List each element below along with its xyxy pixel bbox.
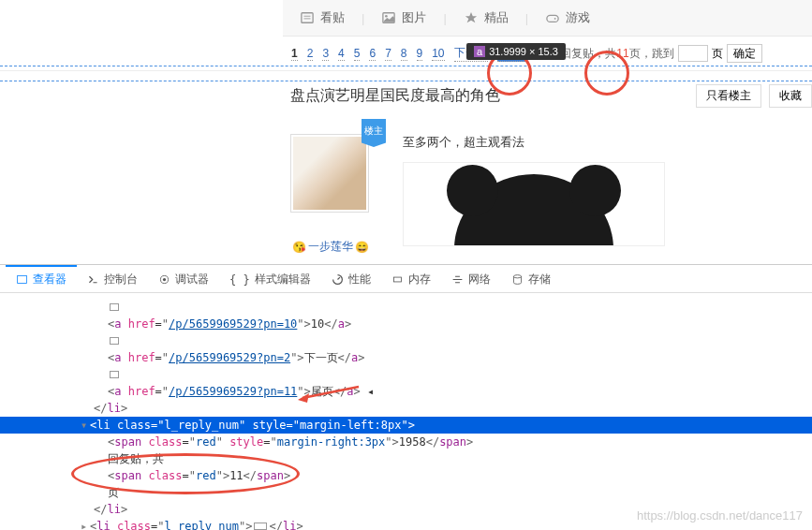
emoji-icon: 😄 (355, 241, 369, 254)
svg-point-6 (554, 18, 556, 20)
page-link[interactable]: 8 (401, 47, 407, 61)
nav-featured-label: 精品 (484, 9, 509, 26)
nav-separator: | (362, 11, 364, 25)
post-body: 楼主 😘 一步莲华 😄 至多两个，超主观看法 (0, 121, 812, 255)
perf-icon (332, 273, 344, 286)
username-text: 一步莲华 (308, 239, 353, 255)
tab-label: 控制台 (104, 272, 138, 287)
tab-label: 存储 (528, 272, 551, 287)
ruler-horizontal (0, 66, 812, 66)
nav-posts-label: 看贴 (320, 9, 345, 26)
post-text: 至多两个，超主观看法 (403, 134, 793, 151)
star-icon (464, 11, 479, 24)
page-jump-input[interactable] (678, 45, 708, 62)
watermark: https://blog.csdn.net/dance117 (637, 508, 803, 523)
user-column: 楼主 😘 一步莲华 😄 (290, 121, 393, 255)
debugger-icon (158, 273, 170, 286)
styles-icon: { } (229, 273, 250, 287)
element-tooltip: a31.9999 × 15.3 (466, 43, 566, 60)
nav-images-label: 图片 (402, 9, 426, 26)
code-line-selected[interactable]: ▾<li class="l_reply_num" style="margin-l… (0, 417, 812, 434)
games-icon (545, 11, 560, 24)
nav-separator: | (525, 11, 528, 25)
tooltip-tag: a (474, 46, 485, 57)
inspector-icon (16, 273, 28, 286)
tab-label: 性能 (348, 272, 371, 287)
page-confirm-button[interactable]: 确定 (727, 44, 762, 63)
post-image[interactable] (403, 162, 665, 246)
page-suffix: 页 (629, 47, 641, 60)
username[interactable]: 😘 一步莲华 😄 (290, 239, 393, 255)
tab-memory[interactable]: 内存 (381, 265, 441, 292)
emoji-icon: 😘 (292, 241, 306, 254)
content-column: 至多两个，超主观看法 (393, 121, 812, 255)
page-unit: 页 (712, 46, 723, 62)
code-line[interactable]: <a href="/p/5659969529?pn=2">下一页</a> (0, 349, 812, 366)
favorite-button[interactable]: 收藏 (769, 84, 812, 108)
tab-console[interactable]: 控制台 (77, 265, 148, 292)
svg-rect-10 (393, 277, 401, 282)
svg-point-9 (163, 278, 166, 281)
page-link[interactable]: 5 (354, 47, 361, 61)
code-line[interactable] (0, 366, 812, 383)
code-line[interactable]: <a href="/p/5659969529?pn=11">尾页</a> ◂ (0, 383, 812, 400)
page-link[interactable]: 10 (432, 47, 444, 61)
page-link[interactable]: 9 (417, 47, 423, 61)
page-link[interactable]: 2 (307, 47, 314, 61)
devtools-panel: 查看器 控制台 调试器 { } 样式编辑器 性能 内存 网络 存储 (0, 264, 812, 530)
tab-debugger[interactable]: 调试器 (148, 265, 219, 292)
nav-featured[interactable]: 精品 (464, 9, 509, 26)
top-nav: 看贴 | 图片 | 精品 | 游戏 (283, 0, 812, 37)
post-title: 盘点演艺明星国民度最高的角色 (290, 86, 688, 106)
storage-icon (511, 273, 524, 286)
tab-performance[interactable]: 性能 (321, 265, 381, 292)
avatar[interactable] (290, 134, 369, 213)
annotation-arrow-icon (298, 384, 363, 403)
nav-images[interactable]: 图片 (381, 9, 426, 26)
tab-styles[interactable]: { } 样式编辑器 (219, 265, 321, 292)
tooltip-dims: 31.9999 × 15.3 (489, 46, 558, 57)
code-line[interactable] (0, 332, 812, 349)
tab-label: 查看器 (33, 272, 66, 287)
nav-games[interactable]: 游戏 (545, 9, 590, 26)
nav-separator: | (443, 11, 446, 25)
code-line[interactable] (0, 299, 812, 316)
svg-point-11 (513, 275, 521, 278)
svg-marker-13 (298, 393, 309, 403)
page-link[interactable]: 4 (338, 47, 345, 61)
page-link[interactable]: 6 (369, 47, 376, 61)
nav-games-label: 游戏 (566, 9, 590, 26)
memory-icon (391, 273, 404, 286)
code-line[interactable]: <a href="/p/5659969529?pn=10">10</a> (0, 316, 812, 332)
svg-rect-7 (18, 275, 27, 283)
devtools-tabs: 查看器 控制台 调试器 { } 样式编辑器 性能 内存 网络 存储 (0, 265, 812, 293)
page-current: 1 (291, 47, 298, 61)
owner-badge: 楼主 (362, 119, 386, 147)
svg-rect-0 (302, 13, 313, 23)
page-link[interactable]: 7 (385, 47, 391, 61)
tab-storage[interactable]: 存储 (501, 265, 561, 292)
owner-only-button[interactable]: 只看楼主 (696, 84, 761, 108)
svg-rect-5 (547, 15, 558, 22)
svg-line-12 (303, 387, 359, 398)
code-line[interactable]: <span class="red" style="margin-right:3p… (0, 434, 812, 450)
page-link[interactable]: 3 (322, 47, 329, 61)
annotation-ellipse (71, 453, 300, 494)
tab-network[interactable]: 网络 (441, 265, 501, 292)
tab-label: 调试器 (175, 272, 209, 287)
code-line[interactable]: </li> (0, 400, 812, 417)
tab-inspector[interactable]: 查看器 (6, 265, 77, 292)
images-icon (381, 11, 396, 24)
annotation-circle (584, 51, 629, 96)
tab-label: 内存 (408, 272, 431, 287)
tab-label: 网络 (468, 272, 491, 287)
ruler-horizontal (0, 81, 812, 81)
nav-posts[interactable]: 看贴 (300, 9, 345, 26)
devtools-source[interactable]: <a href="/p/5659969529?pn=10">10</a> <a … (0, 293, 812, 530)
tab-label: 样式编辑器 (255, 272, 311, 287)
console-icon (87, 273, 99, 286)
post-header: 盘点演艺明星国民度最高的角色 只看楼主 收藏 (0, 70, 812, 121)
svg-point-4 (385, 15, 388, 18)
jump-label: ，跳到 (641, 47, 674, 60)
posts-icon (300, 11, 315, 24)
